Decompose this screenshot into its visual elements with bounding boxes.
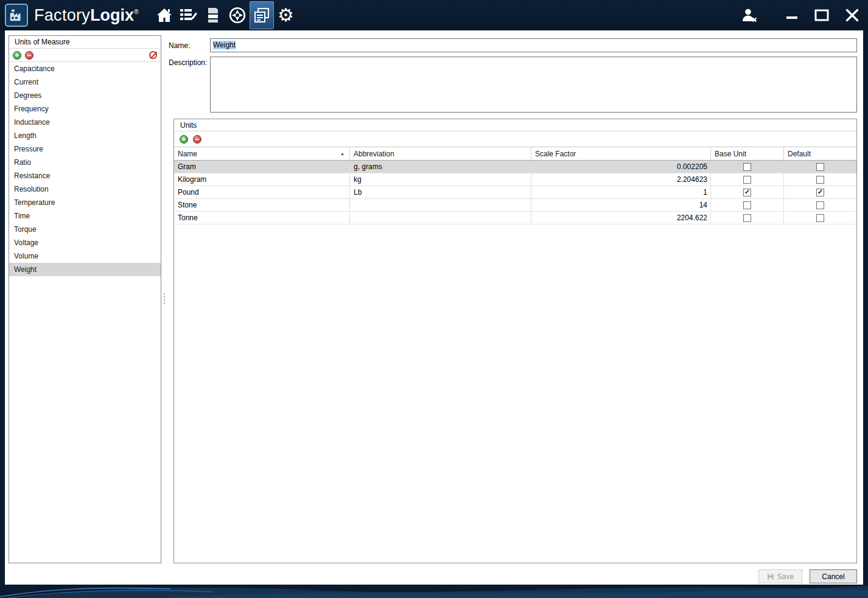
sidebar-item-degrees[interactable]: Degrees	[9, 89, 161, 102]
unit-default-cell	[784, 199, 856, 211]
name-row: Name: Weight	[169, 38, 857, 52]
sort-ascending-icon: ▲	[340, 151, 345, 156]
units-group-title: Units	[174, 119, 856, 131]
description-input[interactable]	[210, 57, 857, 113]
splitter-grip-icon	[164, 293, 165, 305]
name-label: Name:	[169, 38, 210, 52]
close-button[interactable]	[845, 8, 859, 23]
swoosh-decoration	[0, 585, 868, 598]
units-table: Name ▲ Abbreviation Scale Factor Base Un…	[174, 147, 856, 224]
column-header-scale-factor[interactable]: Scale Factor	[531, 147, 711, 160]
unit-default-cell	[784, 161, 856, 173]
unit-abbreviation-cell: kg	[350, 173, 531, 186]
panel-splitter[interactable]	[162, 35, 166, 563]
unit-scale-factor-cell: 0.002205	[531, 161, 711, 173]
unit-scale-factor-cell: 2.204623	[531, 173, 711, 186]
column-label: Name	[178, 150, 197, 158]
units-toolbar: + −	[174, 131, 856, 147]
sidebar-item-resolution[interactable]: Resolution	[9, 183, 161, 196]
column-header-name[interactable]: Name ▲	[174, 147, 350, 160]
column-header-base-unit[interactable]: Base Unit	[711, 147, 784, 160]
add-unit-icon[interactable]: +	[180, 135, 188, 144]
sidebar-item-volume[interactable]: Volume	[9, 249, 161, 263]
unit-default-cell	[784, 212, 856, 224]
default-checkbox[interactable]	[816, 189, 824, 196]
save-button[interactable]: Save	[758, 569, 802, 583]
units-table-row[interactable]: PoundLb1	[174, 186, 856, 199]
settings-gear-icon[interactable]: ⚙	[274, 1, 298, 29]
unit-default-cell	[784, 186, 856, 198]
column-header-default[interactable]: Default	[784, 147, 856, 160]
sidebar-item-weight[interactable]: Weight	[9, 263, 161, 276]
add-measure-icon[interactable]: +	[13, 51, 21, 60]
base-unit-checkbox[interactable]	[743, 163, 751, 171]
sidebar-item-voltage[interactable]: Voltage	[9, 236, 161, 249]
sidebar-item-capacitance[interactable]: Capacitance	[9, 62, 161, 75]
sidebar-item-current[interactable]: Current	[9, 75, 161, 89]
units-table-row[interactable]: Gramg, grams0.002205	[174, 161, 856, 173]
sidebar-item-inductance[interactable]: Inductance	[9, 116, 161, 129]
unit-base-cell	[711, 199, 784, 211]
default-checkbox[interactable]	[816, 201, 824, 209]
measure-editor: Name: Weight Description: Units + − Name	[166, 35, 857, 585]
panel-title: Units of Measure	[9, 36, 161, 49]
units-table-header: Name ▲ Abbreviation Scale Factor Base Un…	[174, 147, 856, 161]
reports-icon[interactable]	[250, 1, 274, 29]
sidebar-item-pressure[interactable]: Pressure	[9, 142, 161, 156]
unit-name-cell: Stone	[174, 199, 350, 211]
gear-glyph: ⚙	[278, 6, 294, 24]
save-label: Save	[777, 572, 794, 581]
sidebar-item-ratio[interactable]: Ratio	[9, 156, 161, 169]
remove-measure-icon[interactable]: −	[25, 51, 33, 60]
unit-abbreviation-cell	[350, 212, 531, 224]
main-nav: ⚙	[152, 0, 298, 30]
units-table-body: Gramg, grams0.002205Kilogramkg2.204623Po…	[174, 161, 856, 224]
cancel-button[interactable]: Cancel	[810, 569, 857, 583]
remove-unit-icon[interactable]: −	[193, 135, 201, 144]
unit-name-cell: Gram	[174, 161, 350, 173]
units-table-row[interactable]: Kilogramkg2.204623	[174, 173, 856, 186]
units-table-row[interactable]: Tonne2204.622	[174, 212, 856, 224]
compass-icon[interactable]	[225, 1, 250, 29]
unit-default-cell	[784, 173, 856, 186]
default-checkbox[interactable]	[816, 176, 824, 184]
sidebar-item-torque[interactable]: Torque	[9, 223, 161, 236]
sidebar-item-length[interactable]: Length	[9, 129, 161, 142]
home-icon[interactable]	[152, 1, 177, 29]
maximize-button[interactable]	[814, 9, 829, 21]
unit-name-cell: Tonne	[174, 212, 350, 224]
documents-stack-icon[interactable]	[201, 1, 225, 29]
units-of-measure-panel: Units of Measure + − CapacitanceCurrentD…	[9, 35, 161, 563]
column-header-abbreviation[interactable]: Abbreviation	[350, 147, 531, 160]
app-logo-icon	[5, 4, 28, 27]
base-unit-checkbox[interactable]	[743, 189, 751, 196]
selected-text: Weight	[213, 41, 236, 49]
base-unit-checkbox[interactable]	[743, 201, 751, 209]
sidebar-item-frequency[interactable]: Frequency	[9, 102, 161, 116]
no-edit-icon[interactable]	[149, 51, 157, 59]
sidebar-toolbar: + −	[9, 49, 161, 62]
units-table-row[interactable]: Stone14	[174, 199, 856, 212]
app-title: FactoryLogix®	[34, 6, 139, 25]
unit-scale-factor-cell: 2204.622	[531, 212, 711, 224]
units-groupbox: Units + − Name ▲ Abbreviation Scale Fact…	[173, 119, 857, 563]
logout-user-icon[interactable]	[741, 8, 758, 23]
measure-list: CapacitanceCurrentDegreesFrequencyInduct…	[9, 62, 161, 276]
base-unit-checkbox[interactable]	[743, 214, 751, 222]
unit-abbreviation-cell: Lb	[350, 186, 531, 198]
footer-actions: Save Cancel	[173, 569, 857, 583]
window-bottom-border	[0, 585, 868, 598]
sidebar-item-temperature[interactable]: Temperature	[9, 196, 161, 209]
titlebar: FactoryLogix®	[0, 0, 868, 30]
sidebar-item-resistance[interactable]: Resistance	[9, 169, 161, 183]
minimize-button[interactable]	[785, 9, 799, 21]
unit-base-cell	[711, 186, 784, 198]
unit-base-cell	[711, 161, 784, 173]
name-input[interactable]: Weight	[210, 38, 857, 52]
sidebar-item-time[interactable]: Time	[9, 209, 161, 223]
base-unit-checkbox[interactable]	[743, 176, 751, 184]
default-checkbox[interactable]	[816, 163, 824, 171]
default-checkbox[interactable]	[816, 214, 824, 222]
worksheet-edit-icon[interactable]	[177, 1, 201, 29]
description-label: Description:	[169, 57, 210, 113]
